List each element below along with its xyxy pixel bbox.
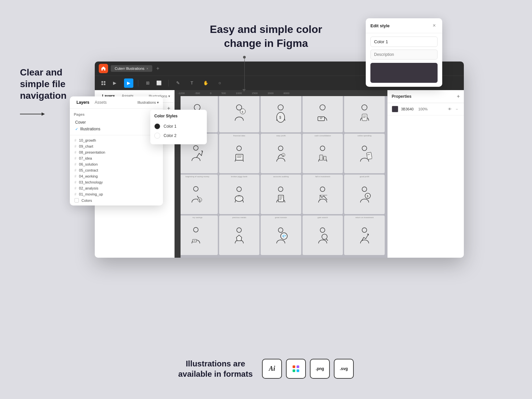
illus-cash-consolidation: cash consolidation (303, 134, 343, 173)
svg-rect-34 (324, 156, 326, 160)
figma-home-icon[interactable] (99, 64, 108, 73)
svg-point-41 (237, 187, 241, 192)
fl-page-illustrations[interactable]: ✓ Illustrations (74, 126, 159, 132)
svg-rect-2 (101, 81, 103, 83)
properties-plus-button[interactable]: + (457, 93, 460, 99)
fl-layer-02-analysis[interactable]: # 02_analysis (72, 185, 160, 191)
floating-panel-tabs: Layers Assets Illustrations ▾ (70, 96, 163, 109)
color-styles-popup: Color Styles Color 1 Color 2 (150, 110, 207, 144)
figma-active-tab[interactable]: Cuterr Illustrations × (111, 65, 152, 72)
svg-rect-44 (278, 195, 284, 202)
svg-point-20 (362, 105, 367, 110)
tab-close-icon[interactable]: × (146, 67, 148, 70)
illus-roi: return on investment (344, 215, 385, 255)
svg-rect-5 (104, 83, 105, 85)
color-styles-title: Color Styles (154, 114, 203, 118)
color-opacity-value[interactable]: 100% (418, 107, 428, 111)
color-2-swatch (154, 133, 160, 139)
ruler-horizontal: -1200 -500 0 500 1000 1500 2000 8000 (175, 90, 387, 96)
fl-layer-05-contract[interactable]: # 05_contract (72, 167, 160, 173)
fl-colors-item[interactable]: Colors (72, 197, 160, 203)
svg-rect-33 (320, 155, 323, 160)
svg-point-32 (320, 146, 325, 151)
minus-icon[interactable]: − (454, 106, 460, 112)
connector-arrow (242, 89, 246, 92)
illus-gain-search: gain search (303, 215, 343, 255)
fl-layer-04-working[interactable]: # 04_working (72, 173, 160, 179)
color-1-label: Color 1 (164, 124, 177, 129)
shape-tool[interactable]: ⬜ (154, 78, 164, 88)
illus-financial-data: financial data (219, 134, 260, 173)
color-1-item[interactable]: Color 1 (154, 122, 203, 131)
svg-point-42 (235, 196, 243, 201)
fl-layer-08-presentation[interactable]: # 08_presentation (72, 149, 160, 155)
text-tool[interactable]: T (187, 78, 197, 88)
toolbar-sep-2 (168, 80, 169, 86)
visibility-icon[interactable]: 👁 (447, 106, 453, 112)
frame-tool[interactable]: ⊞ (143, 78, 152, 88)
comment-tool[interactable]: ○ (215, 78, 224, 88)
svg-point-62 (320, 228, 325, 232)
fl-layer-10-growth[interactable]: # 10_growth (72, 137, 160, 143)
svg-rect-69 (297, 369, 299, 372)
svg-point-25 (237, 146, 241, 151)
color-swatch[interactable] (392, 106, 398, 112)
edit-style-close-button[interactable]: × (431, 22, 438, 29)
svg-rect-67 (297, 365, 299, 368)
new-tab-button[interactable]: + (156, 66, 159, 71)
svg-point-38 (194, 187, 198, 191)
edit-style-title: Edit style (370, 23, 390, 28)
edit-style-header: Edit style × (366, 18, 442, 33)
svg-point-43 (278, 187, 283, 192)
fl-assets-tab[interactable]: Assets (92, 99, 109, 106)
floating-layers-panel: Layers Assets Illustrations ▾ Pages + Co… (70, 96, 163, 205)
fl-pages-label: Pages (74, 112, 84, 116)
svg-text:$: $ (242, 110, 243, 113)
move-tool[interactable] (99, 78, 108, 88)
fl-layer-07-idea[interactable]: # 07_idea (72, 155, 160, 161)
hand-tool[interactable]: ✋ (201, 78, 210, 88)
connector-line (244, 56, 245, 91)
select-tool[interactable]: ▶ (124, 78, 133, 88)
illus-fall-investment: fall in investment (303, 175, 343, 214)
illus-my-savings: my savings (177, 215, 218, 255)
figma-right-panel: Properties + 3B3640 100% 👁 − (387, 90, 464, 258)
color-2-label: Color 2 (164, 133, 177, 138)
fl-layer-06-solution[interactable]: # 06_solution (72, 161, 160, 167)
svg-rect-3 (104, 81, 105, 83)
svg-format-icon: .svg (334, 359, 354, 379)
illus-online-spending: online spending (344, 134, 385, 173)
edit-style-panel: Edit style × (366, 18, 442, 87)
svg-point-16 (320, 105, 325, 110)
fl-layers-tab[interactable]: Layers (74, 99, 92, 106)
svg-text:💎: 💎 (282, 234, 286, 238)
color-property-row: 3B3640 100% 👁 − (388, 103, 464, 115)
illus-money-alarm: money alarm $ (219, 93, 260, 132)
illus-easy-profit: easy profit $ (261, 134, 301, 173)
color-1-swatch (154, 123, 160, 129)
svg-rect-4 (101, 83, 103, 85)
edit-style-color-block[interactable] (370, 63, 438, 83)
pen-tool[interactable]: ✎ (173, 78, 183, 88)
svg-marker-58 (236, 235, 242, 241)
fl-layer-09-chart[interactable]: # 09_chart (72, 143, 160, 149)
fl-layer-01-moving-up[interactable]: # 01_moving_up (72, 191, 160, 197)
toolbar-left-group: ▶ (99, 78, 119, 88)
edit-style-name-input[interactable] (370, 37, 438, 47)
edit-style-description-input[interactable] (370, 50, 438, 60)
bottom-text: Illustrations are available in formats (178, 358, 253, 379)
color-hex-value[interactable]: 3B3640 (401, 107, 414, 111)
illus-saving-money: beginning of saving money $ (177, 175, 218, 214)
tab-name: Cuterr Illustrations (115, 66, 144, 70)
illus-accounts-auditing: accounts auditing (261, 175, 301, 214)
color-2-item[interactable]: Color 2 (154, 131, 203, 140)
svg-rect-66 (293, 365, 295, 368)
frame-tools: ⊞ ⬜ (143, 78, 164, 88)
fl-page-cover[interactable]: Cover (74, 119, 159, 126)
cursor-tool[interactable]: ▶ (110, 78, 119, 88)
fl-illustrations-dropdown[interactable]: Illustrations ▾ (137, 100, 159, 105)
svg-point-35 (362, 146, 367, 151)
svg-marker-1 (42, 112, 45, 116)
fl-layer-03-technology[interactable]: # 03_technology (72, 179, 160, 185)
svg-point-13 (278, 105, 283, 110)
